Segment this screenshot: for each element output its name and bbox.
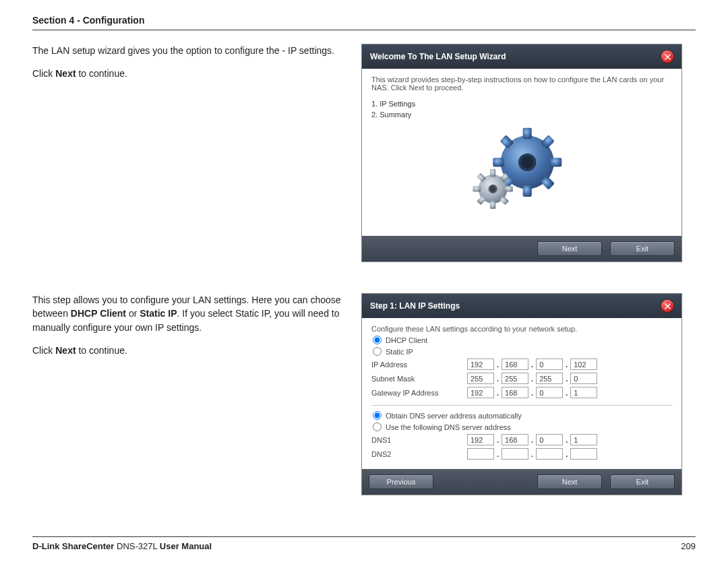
radio-dhcp-label: DHCP Client (386, 336, 427, 344)
wizard-step1: Step 1: LAN IP Settings Configure these … (361, 293, 682, 495)
text-fragment: Click (32, 345, 55, 356)
dns1-octet-3[interactable] (536, 434, 563, 445)
radio-dns-manual-label: Use the following DNS server address (386, 423, 511, 431)
radio-dns-manual[interactable] (373, 423, 382, 431)
svg-rect-2 (523, 185, 532, 196)
dot-icon: . (566, 450, 568, 458)
label-dns1: DNS1 (371, 436, 467, 444)
dns2-octet-2[interactable] (502, 448, 528, 460)
text-fragment: to continue. (76, 68, 127, 79)
bold-next: Next (55, 68, 75, 79)
label-mask: Subnet Mask (371, 375, 467, 383)
svg-rect-1 (523, 128, 532, 139)
dns1-octet-2[interactable] (502, 434, 528, 445)
next-button[interactable]: Next (537, 474, 602, 489)
radio-static-label: Static IP (386, 348, 413, 356)
svg-rect-12 (490, 169, 495, 177)
dns2-octet-3[interactable] (536, 448, 563, 460)
exit-button[interactable]: Exit (610, 241, 675, 256)
svg-rect-4 (551, 158, 562, 166)
bold-dhcp: DHCP Client (71, 308, 126, 319)
dot-icon: . (531, 375, 533, 383)
gw-octet-3[interactable] (536, 387, 563, 398)
ip-octet-3[interactable] (536, 358, 563, 370)
dns1-octet-4[interactable] (570, 434, 597, 445)
svg-rect-3 (493, 158, 504, 166)
dot-icon: . (531, 361, 533, 369)
radio-dns-auto[interactable] (373, 411, 382, 420)
brand-model: DNS-327L (114, 541, 159, 551)
dot-icon: . (566, 436, 568, 444)
gear-icon (464, 118, 579, 214)
brand-tail: User Manual (160, 541, 212, 551)
dot-icon: . (497, 361, 499, 369)
dns2-octet-4[interactable] (570, 448, 597, 460)
dns2-octet-1[interactable] (467, 448, 494, 460)
text-fragment: Click (32, 68, 55, 79)
text-fragment: or (126, 308, 140, 319)
close-icon[interactable] (661, 300, 673, 312)
text-fragment: to continue. (76, 345, 127, 356)
dot-icon: . (566, 389, 568, 397)
ip-octet-2[interactable] (502, 358, 528, 370)
dot-icon: . (531, 389, 533, 397)
ip-octet-4[interactable] (570, 358, 597, 370)
dot-icon: . (531, 436, 533, 444)
exit-button[interactable]: Exit (610, 474, 675, 489)
gw-octet-4[interactable] (570, 387, 597, 398)
footer-brand: D-Link ShareCenter DNS-327L User Manual (32, 541, 212, 551)
label-dns2: DNS2 (371, 450, 467, 458)
ip-octet-1[interactable] (467, 358, 494, 370)
mask-octet-3[interactable] (536, 373, 563, 384)
intro-text-1: The LAN setup wizard gives you the optio… (32, 44, 342, 57)
wizard-title: Step 1: LAN IP Settings (370, 301, 460, 311)
mask-octet-1[interactable] (467, 373, 494, 384)
dot-icon: . (497, 389, 499, 397)
wizard-intro: Configure these LAN settings according t… (371, 325, 672, 333)
svg-point-10 (521, 156, 533, 168)
gw-octet-1[interactable] (467, 387, 494, 398)
wizard-title: Welcome To The LAN Setup Wizard (370, 52, 506, 61)
page-number: 209 (681, 541, 696, 551)
close-icon[interactable] (661, 51, 673, 63)
mask-octet-4[interactable] (570, 373, 597, 384)
step-text-1: This step allows you to configure your L… (32, 293, 342, 334)
svg-rect-13 (490, 201, 495, 209)
dot-icon: . (497, 450, 499, 458)
radio-dhcp[interactable] (373, 336, 382, 344)
previous-button[interactable]: Previous (369, 474, 433, 489)
radio-static[interactable] (373, 347, 382, 356)
wizard-step-2: 2. Summary (371, 111, 672, 119)
wizard-step-1: 1. IP Settings (371, 100, 672, 108)
next-button[interactable]: Next (537, 241, 602, 256)
divider (371, 405, 672, 406)
dot-icon: . (566, 375, 568, 383)
svg-point-21 (490, 186, 495, 191)
intro-text-2: Click Next to continue. (32, 67, 342, 80)
svg-rect-14 (473, 186, 481, 191)
dot-icon: . (497, 436, 499, 444)
dot-icon: . (566, 361, 568, 369)
label-gw: Gateway IP Address (371, 389, 467, 397)
dot-icon: . (531, 450, 533, 458)
step-text-2: Click Next to continue. (32, 344, 342, 357)
dot-icon: . (497, 375, 499, 383)
label-ip: IP Address (371, 361, 467, 369)
svg-rect-15 (505, 186, 513, 191)
dns1-octet-1[interactable] (467, 434, 494, 445)
bold-static: Static IP (140, 308, 177, 319)
gw-octet-2[interactable] (502, 387, 528, 398)
section-header: Section 4 - Configuration (32, 15, 696, 30)
mask-octet-2[interactable] (502, 373, 528, 384)
radio-dns-auto-label: Obtain DNS server address automatically (386, 412, 522, 420)
wizard-welcome: Welcome To The LAN Setup Wizard This wiz… (361, 44, 682, 262)
brand-bold: D-Link ShareCenter (32, 541, 114, 551)
wizard-intro: This wizard provides step-by-step instru… (371, 75, 672, 92)
bold-next: Next (55, 345, 75, 356)
